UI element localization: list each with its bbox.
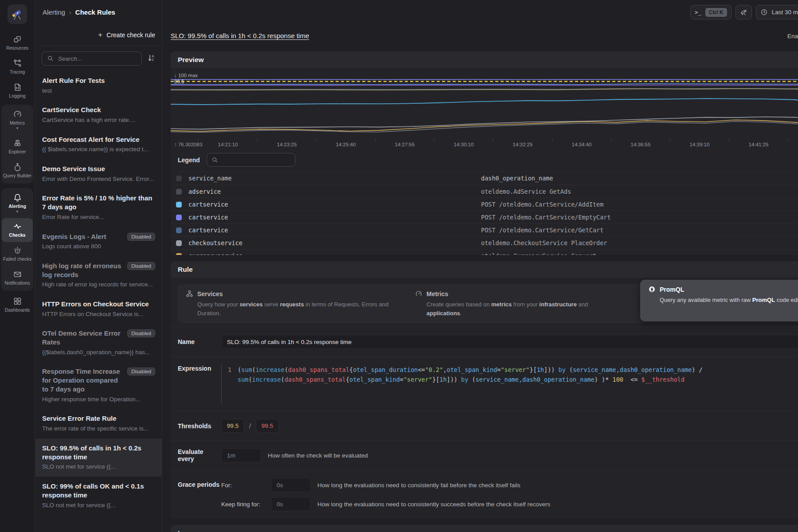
check-rule-list-item[interactable]: Alert Rule For Teststest (35, 71, 162, 100)
rule-item-title: High log rate of erroneus log records (42, 262, 124, 279)
command-palette-button[interactable]: >_ Ctrl K (690, 5, 732, 20)
series-color-swatch[interactable] (176, 189, 182, 195)
sidebar-item-notifications[interactable]: Notifications (2, 266, 33, 290)
evaluate-row: Evaluate every How often the check will … (171, 440, 798, 470)
check-rule-list-item[interactable]: Error Rate is 5% / 10 % higher than 7 da… (35, 188, 162, 227)
app-logo[interactable] (8, 4, 27, 24)
search-icon (47, 55, 54, 62)
sidebar-item-failed-checks[interactable]: Failed checks (2, 242, 33, 266)
degraded-threshold-input[interactable] (221, 419, 244, 433)
rules-search-box[interactable] (42, 51, 142, 66)
disabled-badge: Disabled (127, 233, 155, 241)
column-header-operation-name[interactable]: dash0_operation_name (481, 175, 553, 182)
tab-promql-label: PromQL (660, 286, 684, 293)
series-color-swatch[interactable] (176, 215, 182, 220)
check-rule-list-item[interactable]: High log rate of erroneus log recordsDis… (35, 256, 162, 294)
svg-text:14:25:40: 14:25:40 (336, 142, 356, 147)
sidebar-item-dashboards[interactable]: Dashboards (2, 293, 33, 317)
legend-row[interactable]: currencyserviceoteldemo.CurrencyService … (171, 249, 798, 255)
enabled-toggle-label[interactable]: Enabled (787, 33, 798, 39)
sort-az-button[interactable]: AZ (146, 53, 157, 65)
legend-operation-name: oteldemo.CurrencyService Convert (481, 252, 596, 255)
rule-item-title: Service Error Rate Rule (42, 414, 155, 423)
legend-header-row: service_name dash0_operation_name (171, 171, 798, 185)
legend-operation-name: oteldemo.CheckoutService PlaceOrder (481, 239, 607, 246)
check-rule-list-item[interactable]: Evgenis Logs - AlertDisabledLogs count a… (35, 227, 162, 256)
keep-firing-input[interactable] (271, 497, 311, 511)
expression-field-row: Expression 1 (sum(increase(dash0_spans_t… (171, 356, 798, 411)
sidebar-item-metrics[interactable]: Metrics ▼ (2, 106, 33, 135)
series-color-swatch[interactable] (176, 253, 182, 255)
series-color-swatch[interactable] (176, 227, 182, 233)
plus-icon: + (98, 31, 102, 39)
tab-metrics[interactable]: Metrics Create queries based on metrics … (407, 284, 636, 323)
time-range-picker[interactable]: Last 30 minutes (756, 5, 798, 20)
rule-item-subtitle: {{ $labels.service.name}} is expected t.… (42, 145, 155, 153)
legend-rows: adserviceoteldemo.AdService GetAdscartse… (171, 185, 798, 255)
tab-services[interactable]: Services Query how your services serve r… (178, 284, 407, 323)
tab-promql[interactable]: PromQL Query any available metric with r… (640, 280, 798, 321)
evaluate-interval-input[interactable] (221, 448, 261, 462)
issues-panel-title: Issues (171, 525, 798, 532)
sidebar-item-explorer[interactable]: Explorer (2, 135, 33, 159)
telescope-logo-icon (11, 8, 24, 21)
terminal-prompt-icon: >_ (695, 9, 701, 16)
sidebar-item-checks[interactable]: Checks (2, 218, 33, 242)
series-color-swatch[interactable] (176, 202, 182, 207)
preview-chart[interactable]: ↓ 100 max99.514:21:1014:23:2514:25:4014:… (171, 68, 798, 149)
svg-text:↓ 100 max: ↓ 100 max (174, 73, 198, 78)
svg-text:14:41:25: 14:41:25 (749, 142, 769, 147)
time-range-label: Last 30 minutes (772, 9, 798, 16)
legend-search-input[interactable] (222, 156, 290, 163)
sidebar-item-logging[interactable]: Logging (2, 79, 33, 103)
rule-item-title: Cost Forecast Alert for Service (42, 135, 155, 144)
legend-row[interactable]: cartservicePOST /oteldemo.CartService/Em… (171, 211, 798, 223)
rule-item-title: Response Time Increase for Operation com… (42, 367, 124, 393)
check-rule-list-item[interactable]: Demo Service IssueError with Demo Fronte… (35, 159, 162, 188)
tab-metrics-description: Create queries based on metrics from you… (426, 300, 622, 317)
check-rule-list-item[interactable]: Cost Forecast Alert for Service{{ $label… (35, 130, 162, 159)
legend-operation-name: POST /oteldemo.CartService/GetCart (481, 227, 603, 234)
column-header-service-name[interactable]: service_name (188, 175, 481, 182)
sidebar-item-query-builder[interactable]: Query Builder (2, 159, 33, 183)
sidebar-item-alerting[interactable]: Alerting ▼ (2, 189, 33, 218)
metrics-group: Metrics ▼ Explorer Query Builder (1, 105, 33, 184)
check-rule-list-item[interactable]: Service Error Rate RuleThe error rate of… (35, 409, 162, 438)
assistant-button[interactable] (735, 5, 752, 20)
rule-item-title: HTTP Errors on Checkout Service (42, 300, 155, 309)
rule-title-link[interactable]: SLO: 99.5% of calls in 1h < 0.2s respons… (171, 32, 309, 39)
breadcrumb-section[interactable]: Alerting (43, 8, 65, 16)
promql-code-editor[interactable]: 1 (sum(increase(dash0_spans_total{otel_s… (221, 364, 798, 403)
check-rule-list-item[interactable]: OTel Demo Service Error RatesDisabled{{$… (35, 324, 162, 362)
legend-row[interactable]: cartservicePOST /oteldemo.CartService/Ad… (171, 198, 798, 211)
rule-title-row: SLO: 99.5% of calls in 1h < 0.2s respons… (171, 32, 798, 42)
legend-operation-name: oteldemo.AdService GetAds (481, 188, 571, 195)
rule-item-title: CartService Check (42, 106, 155, 114)
grace-for-input[interactable] (271, 478, 311, 492)
legend-row[interactable]: cartservicePOST /oteldemo.CartService/Ge… (171, 223, 798, 236)
rule-item-title: Demo Service Issue (42, 164, 155, 173)
sidebar-item-tracing[interactable]: Tracing (2, 55, 33, 79)
legend-row[interactable]: adserviceoteldemo.AdService GetAds (171, 185, 798, 198)
legend-search-box[interactable] (207, 153, 295, 167)
create-check-rule-button[interactable]: + Create check rule (98, 31, 155, 39)
check-rule-list-item[interactable]: HTTP Errors on Checkout ServiceHTTP Erro… (35, 294, 162, 324)
rule-name-input[interactable] (221, 335, 798, 349)
search-input[interactable] (58, 55, 137, 62)
chevron-down-icon: ▼ (16, 210, 19, 214)
keep-firing-help-text: How long the evaluations need to consist… (317, 501, 550, 508)
line-chart[interactable]: ↓ 100 max99.514:21:1014:23:2514:25:4014:… (171, 70, 798, 149)
select-all-swatch[interactable] (176, 176, 182, 181)
rule-item-title: OTel Demo Service Error Rates (42, 329, 124, 347)
sidebar-item-resources[interactable]: Resources (2, 31, 33, 55)
check-rule-list: Alert Rule For TeststestCartService Chec… (35, 71, 162, 532)
promql-expression[interactable]: (sum(increase(dash0_spans_total{otel_spa… (238, 365, 798, 403)
check-rule-list-item[interactable]: SLO: 99% of calls OK and < 0.1s response… (35, 477, 162, 515)
dashboards-icon (13, 297, 22, 306)
check-rule-list-item[interactable]: CartService CheckCartService has a high … (35, 100, 162, 129)
check-rule-list-item[interactable]: Response Time Increase for Operation com… (35, 362, 162, 409)
series-color-swatch[interactable] (176, 240, 182, 246)
legend-row[interactable]: checkoutserviceoteldemo.CheckoutService … (171, 236, 798, 249)
check-rule-list-item[interactable]: SLO: 99.5% of calls in 1h < 0.2s respons… (35, 438, 162, 477)
critical-threshold-input[interactable] (256, 419, 279, 433)
